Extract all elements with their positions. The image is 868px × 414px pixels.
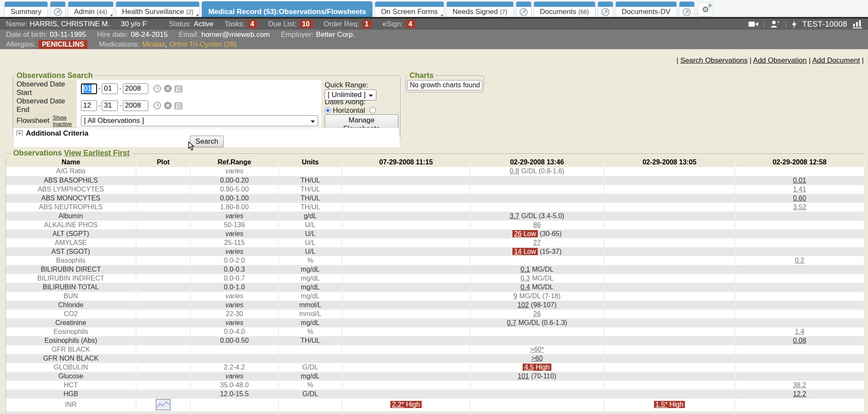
observation-value-link[interactable]: 27 [533, 239, 541, 246]
obs-ref-range: 50-136 [190, 220, 278, 229]
tab-admin[interactable]: Admin(44) [68, 1, 114, 17]
obs-plot [136, 327, 190, 336]
tab-health-surveillance[interactable]: Health Surveillance(2) [116, 1, 200, 17]
obs-value-cell [342, 389, 470, 398]
bar-chart-icon[interactable] [853, 20, 862, 28]
observation-value-link[interactable]: 9 [513, 292, 517, 300]
tasks-label: Tasks: [225, 20, 245, 28]
observation-value-link[interactable]: 3.52 [793, 203, 806, 211]
table-row: Glucosevariesmg/dL101(70-110) [6, 372, 864, 381]
lightning-icon[interactable] [792, 20, 797, 28]
observation-value-link[interactable]: 86 [533, 221, 541, 228]
observation-value-link[interactable]: 0.2 [795, 257, 804, 264]
observation-value-link[interactable]: >60 [531, 355, 542, 362]
open-in-new-icon[interactable] [516, 1, 531, 17]
observation-value-link[interactable]: 102 [517, 301, 529, 308]
obs-value-cell: 86 [470, 220, 604, 229]
obs-value-cell [735, 309, 864, 318]
obs-units: G/DL [278, 389, 342, 398]
flowsheet-select[interactable]: [ All Observations ] [81, 115, 318, 126]
calendar-icon[interactable] [175, 85, 182, 92]
observation-value-link[interactable]: 0.7 [507, 319, 516, 326]
observation-value-link[interactable]: 12.2 [793, 390, 806, 397]
obs-value-cell [735, 292, 864, 300]
medication-link[interactable]: Miralax [142, 40, 165, 48]
dates-along-radio-horizontal[interactable]: Horizontal [325, 106, 365, 114]
observation-value-link[interactable]: 0.08 [793, 337, 806, 344]
observation-value-link[interactable]: 2.2* [392, 401, 404, 408]
observation-value-link[interactable]: 1.5* [656, 401, 668, 408]
tab-needs-signed[interactable]: Needs Signed(7) [446, 1, 514, 17]
date-end-month-input[interactable]: 12 [81, 100, 97, 111]
observation-value-link[interactable]: 1.41 [793, 186, 806, 193]
tab-documents[interactable]: Documents(66) [534, 1, 595, 17]
observation-value-link[interactable]: 0.1 [520, 266, 530, 273]
add-observation-link[interactable]: Add Observation [753, 56, 807, 64]
date-end-year-input[interactable]: 2008 [123, 100, 148, 111]
observation-value-link[interactable]: 0.8 [510, 167, 519, 175]
search-button[interactable]: Search [190, 136, 224, 147]
clear-date-icon[interactable] [164, 102, 172, 109]
open-in-new-icon[interactable] [679, 1, 695, 17]
clear-date-icon[interactable] [164, 85, 172, 92]
tab-on-screen-forms[interactable]: On Screen Forms [375, 1, 444, 17]
observation-value-link[interactable]: >60* [530, 346, 544, 353]
obs-value-cell: 3.7G/DL (3.4-5.0) [470, 211, 604, 220]
search-observations-link[interactable]: Search Observations [680, 56, 748, 64]
obs-plot[interactable] [136, 398, 190, 411]
quick-range-select[interactable]: [ Unlimited ] [325, 89, 376, 100]
obs-units: % [278, 327, 342, 336]
observation-value-link[interactable]: 38.2 [793, 381, 806, 389]
date-end-day-input[interactable]: 31 [102, 100, 118, 111]
video-camera-icon[interactable] [748, 21, 759, 28]
observation-value-link[interactable]: 26 [533, 310, 541, 317]
gears-icon[interactable]: ⚙⚙ [698, 2, 713, 17]
obs-value-cell: 0.7MG/DL (0.6-1.3) [470, 318, 604, 327]
date-start-month-input[interactable]: 01 [81, 83, 97, 94]
date-start-year-input[interactable]: 2008 [123, 83, 148, 94]
observation-value-link[interactable]: 0.3 [520, 275, 530, 282]
add-document-link[interactable]: Add Document [812, 56, 860, 64]
column-header: 02-29-2008 13:05 [604, 158, 735, 167]
tab-documents-dv[interactable]: Documents-DV [615, 1, 677, 17]
observation-value-link[interactable]: 4.5 [524, 364, 534, 371]
calendar-icon[interactable] [175, 102, 182, 109]
obs-name: CO2 [6, 309, 136, 318]
obs-value-cell [342, 194, 470, 203]
observation-value-link[interactable]: 1.4 [795, 328, 804, 335]
tasks-badge[interactable]: 4 [248, 20, 257, 28]
person-add-icon[interactable] [770, 20, 780, 28]
obs-ref-range: varies [190, 211, 278, 220]
obs-value-cell [735, 354, 864, 363]
observation-value-link[interactable]: 0.60 [793, 194, 806, 202]
obs-value-cell [735, 229, 864, 238]
show-inactive-link[interactable]: Show Inactive [53, 114, 77, 127]
open-in-new-icon[interactable] [598, 1, 613, 17]
clock-icon[interactable] [153, 85, 161, 92]
obs-units: mg/dL [278, 283, 342, 292]
view-earliest-first-link[interactable]: View Earliest First [64, 149, 130, 157]
obs-value-cell [342, 229, 470, 238]
date-start-day-input[interactable]: 01 [102, 83, 118, 94]
tab-medical-record-53-observations-flowsheets[interactable]: Medical Record (53):Observations/Flowshe… [202, 1, 372, 17]
employer-label: Employer: [281, 31, 314, 39]
order-req-badge[interactable]: 1 [362, 20, 372, 28]
table-row: ABS NEUTROPHILS1.80-8.00TH/UL3.52 [6, 203, 864, 211]
observation-value-link[interactable]: 0.01 [793, 177, 806, 184]
esign-badge[interactable]: 4 [406, 20, 415, 28]
observation-value-link[interactable]: 101 [518, 372, 529, 380]
obs-name: Glucose [6, 372, 136, 381]
observation-value-link[interactable]: 26 [514, 230, 522, 237]
observation-value-link[interactable]: 14 [514, 248, 522, 255]
allergy-badge[interactable]: PENICILLINS [38, 40, 88, 49]
table-row [6, 411, 864, 414]
tab-summary[interactable]: Summary [4, 1, 48, 17]
clock-icon[interactable] [153, 102, 161, 109]
obs-name: INR [6, 398, 136, 411]
open-in-new-icon[interactable] [50, 1, 66, 17]
obs-units [278, 345, 342, 354]
observation-value-link[interactable]: 0.4 [520, 283, 530, 291]
medication-link[interactable]: Ortho Tri-Cyclen (28) [169, 40, 236, 48]
observation-value-link[interactable]: 3.7 [510, 212, 519, 220]
due-list-badge[interactable]: 10 [299, 20, 313, 28]
